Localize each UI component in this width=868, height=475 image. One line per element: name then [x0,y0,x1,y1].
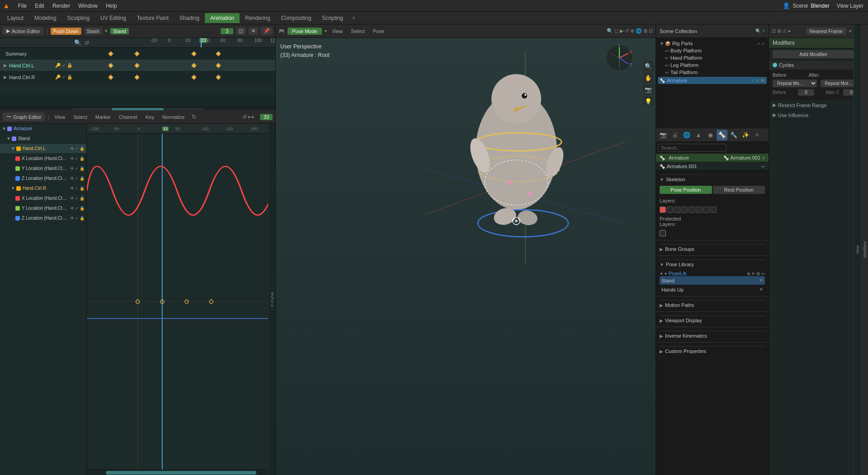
rp-check2[interactable]: ✓ [761,41,765,46]
kf-hl-4[interactable] [216,63,221,68]
vp-select-btn[interactable]: Select [348,28,368,35]
gc-sm-pin-zr[interactable]: 🔒 [80,216,85,221]
pose-hands-up[interactable]: Hands Up ✕ [660,285,765,294]
ws-tab-rendering[interactable]: Rendering [240,13,275,23]
rest-position-btn[interactable]: Rest Position [713,186,765,194]
cycles-active-dot[interactable] [773,63,777,67]
menu-edit[interactable]: Edit [31,2,48,10]
influence-expand-icon[interactable]: ▶ [773,112,776,118]
gc-sm-lock-r[interactable]: ✓ [75,186,79,191]
gc-row-y-loc-l[interactable]: Y Location (Hand.Ct… 👁 ✓ 🔒 [0,164,86,174]
gc-sm-eye-yl[interactable]: 👁 [70,166,74,171]
gc-row-x-loc-l[interactable]: X Location (Hand.Ct… 👁 ✓ 🔒 [0,154,86,164]
gc-sm-pin-zl[interactable]: 🔒 [80,176,85,181]
tl-keyframes-hand-r[interactable] [72,71,275,83]
gc-sm-lock-l[interactable]: ✓ [75,146,79,151]
properties-search-input[interactable] [658,144,726,152]
tl-row-hand-r[interactable]: ▶ Hand.Ctrl.R 🔑 ✓ 🔒 [0,71,275,83]
menu-file[interactable]: File [14,2,30,10]
layer-dot-1[interactable] [660,207,666,213]
keyframe-summary-2[interactable] [135,51,140,56]
graph-normalize-btn[interactable]: Normalize [160,113,188,121]
kf-hr-4[interactable] [216,75,221,80]
before-select[interactable]: Repeat Mo… [773,80,817,87]
kf-hl-3[interactable] [191,63,196,68]
prop-icon-physics[interactable]: ⚛ [752,130,763,141]
tree-rig-parts[interactable]: ▼ 📦 Rig Parts ✓ ✓ [658,40,767,47]
keyframe-summary-4[interactable] [216,51,221,56]
arm-icon3[interactable]: 👁 [760,78,765,83]
prop-icon-world[interactable]: ◉ [705,130,716,141]
gc-expand-armature[interactable]: ▼ [2,126,6,131]
view-tab[interactable]: View [854,24,861,475]
graph-scrollbar[interactable] [87,470,275,475]
layer-dot-5[interactable] [689,207,695,213]
ws-tab-texture-paint[interactable]: Texture Paint [132,13,174,23]
close-action-btn[interactable]: ✕ [249,27,258,35]
gc-row-x-loc-r[interactable]: X Location (Hand.Ct… 👁 ✓ 🔒 [0,193,86,203]
gc-sm-pin-r[interactable]: 🔒 [80,186,85,191]
3d-viewport[interactable]: User Perspective (33) Armature : Root X … [276,38,656,475]
tl-scroll-track[interactable] [72,108,203,111]
ik-expand[interactable]: ▶ [660,334,663,339]
prop-icon-object[interactable]: 🦴 [717,130,727,141]
keyframe-summary-1[interactable] [108,51,113,56]
menu-help[interactable]: Help [102,2,121,10]
custom-props-header[interactable]: ▶ Custom Properties [660,346,765,356]
gc-sm-eye-yr[interactable]: 👁 [70,206,74,211]
kf-hr-3[interactable] [191,75,196,80]
view-frame-btn[interactable]: ◫ [236,27,246,35]
gc-sm-lock-zl[interactable]: ✓ [75,176,79,181]
gc-sm-eye-l[interactable]: 👁 [70,146,74,151]
gc-sm-eye-zr[interactable]: 👁 [70,216,74,221]
tl-scroll-thumb[interactable] [112,108,164,111]
kf-hl-1[interactable] [108,63,113,68]
prop-icon-modifier[interactable]: 🔧 [728,130,739,141]
gc-expand-hand-r[interactable]: ▼ [11,186,15,191]
gc-sm-lock-zr[interactable]: ✓ [75,216,79,221]
custom-props-expand[interactable]: ▶ [660,349,663,354]
ws-tab-scripting[interactable]: Scripting [316,13,349,23]
tree-hand-platform[interactable]: ↩ Hand Platform [663,54,767,61]
prop-icon-scene[interactable]: ▲ [693,130,704,141]
pose-stand[interactable]: Stand ✕ [660,276,765,285]
gc-row-y-loc-r[interactable]: Y Location (Hand.Ct… 👁 ✓ 🔒 [0,203,86,213]
menu-render[interactable]: Render [49,2,74,10]
push-down-btn[interactable]: Push Down [51,28,81,35]
gc-sm-pin-yr[interactable]: 🔒 [80,206,85,211]
gc-sm-pin-xr[interactable]: 🔒 [80,196,85,201]
layer-dot-2[interactable] [667,207,673,213]
pin-btn[interactable]: 📌 [261,27,273,35]
ws-tab-modeling[interactable]: Modeling [29,13,62,23]
gc-sm-pin-l[interactable]: 🔒 [80,146,85,151]
vp-view-btn[interactable]: View [330,28,346,35]
rp-check1[interactable]: ✓ [757,41,760,46]
tl-row-hand-l[interactable]: ▶ Hand.Ctrl.L 🔑 ✓ 🔒 [0,60,275,71]
pose-lib-expand[interactable]: ▼ [660,262,664,267]
vp-light-icon[interactable]: 💡 [643,96,654,107]
viewport-display-header[interactable]: ▶ Viewport Display [660,315,765,325]
ws-tab-layout[interactable]: Layout [2,13,29,23]
graph-canvas[interactable]: -100 -50 0 33 50 100 150 200 [87,124,275,475]
layer-dot-4[interactable] [681,207,688,213]
gc-sm-eye-zl[interactable]: 👁 [70,176,74,181]
layer-dot-6[interactable] [696,207,702,213]
action-frame-3[interactable]: 3 [221,28,233,34]
arm-name-menu[interactable]: ≡ [762,155,765,160]
gc-row-hand-ctrl-r[interactable]: ▼ Hand.Ctrl.R 👁 ✓ 🔒 [0,183,86,193]
tl-expand-hand-l[interactable]: ▶ [4,63,7,68]
tree-tail-platform[interactable]: ↩ Tail Platform [663,69,767,76]
gc-sm-lock-yr[interactable]: ✓ [75,206,79,211]
modifiers-tab[interactable]: Modifiers [861,24,868,475]
nearest-frame-btn[interactable]: Nearest Frame [806,28,846,35]
graph-frame-num[interactable]: 33 [260,114,273,120]
before-num-input[interactable] [798,89,814,96]
vp-zoom-icon[interactable]: 🔍 [643,61,654,71]
tl-keyframes-summary[interactable] [72,48,275,60]
stash-btn[interactable]: Stash [84,28,102,35]
ws-tab-shading[interactable]: Shading [174,13,205,23]
ws-tab-animation[interactable]: Animation [205,13,240,23]
tl-search-icon[interactable]: 🔍 [74,39,81,46]
pose-library-header[interactable]: ▼ Pose Library [660,259,765,269]
layer-dot-3[interactable] [674,207,680,213]
